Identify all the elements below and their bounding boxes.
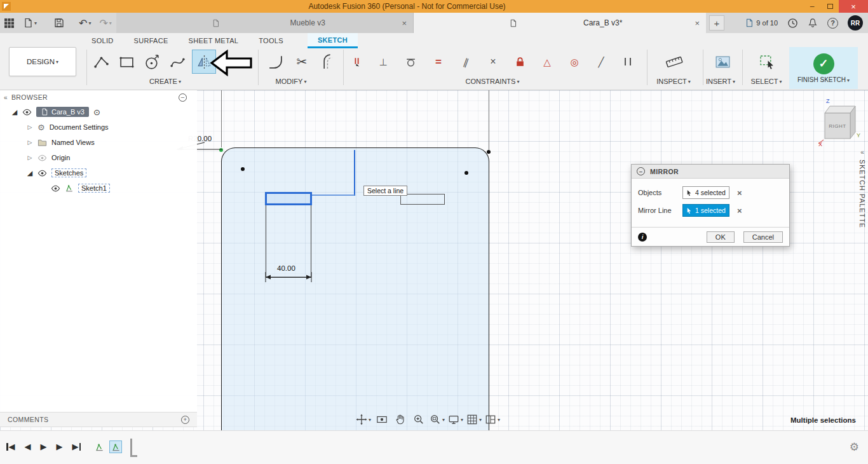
browser-item-sketch1[interactable]: Sketch1 bbox=[0, 181, 197, 196]
help-icon[interactable]: ? bbox=[827, 18, 838, 29]
expand-icon[interactable]: ▷ bbox=[27, 154, 33, 161]
ribbon-tab-surface[interactable]: SURFACE bbox=[124, 33, 179, 48]
expanded-icon[interactable]: ◢ bbox=[27, 169, 33, 177]
parallel-constraint-button[interactable]: ∥ bbox=[457, 52, 476, 71]
collapse-browser-icon[interactable]: « bbox=[4, 94, 8, 101]
activate-component-icon[interactable]: ⊙ bbox=[93, 107, 100, 117]
mirror-dialog-header[interactable]: – MIRROR bbox=[632, 165, 789, 179]
visibility-eye-icon[interactable] bbox=[22, 107, 32, 117]
midpoint-constraint-button[interactable] bbox=[618, 52, 637, 71]
fit-zoom-window-icon[interactable] bbox=[430, 413, 445, 426]
insert-image-button[interactable] bbox=[710, 50, 735, 74]
collinear-constraint-button[interactable]: ╱ bbox=[592, 52, 611, 71]
browser-item-root[interactable]: ◢ Cara_B v3 ⊙ bbox=[0, 104, 197, 119]
orbit-icon[interactable] bbox=[356, 413, 371, 426]
info-icon[interactable]: i bbox=[638, 233, 647, 242]
visibility-eye-icon[interactable] bbox=[37, 168, 47, 178]
concentric-constraint-button[interactable]: ◎ bbox=[565, 52, 584, 71]
document-counter[interactable]: 9 of 10 bbox=[745, 18, 778, 27]
circle-tool-button[interactable] bbox=[140, 50, 164, 74]
trim-tool-button[interactable]: ✂ bbox=[290, 50, 314, 74]
measure-tool-button[interactable] bbox=[662, 50, 686, 74]
new-tab-button[interactable]: + bbox=[709, 15, 724, 31]
sketch-palette-tab[interactable]: « SKETCH PALETTE bbox=[858, 149, 866, 228]
sketch-point[interactable] bbox=[465, 171, 468, 175]
workspace-selector[interactable]: DESIGN bbox=[9, 47, 76, 76]
visibility-eye-icon[interactable] bbox=[51, 184, 60, 193]
ribbon-tab-solid[interactable]: SOLID bbox=[81, 33, 124, 48]
zoom-icon[interactable] bbox=[411, 413, 426, 426]
notifications-bell-icon[interactable] bbox=[808, 18, 818, 28]
close-tab-icon[interactable]: × bbox=[688, 18, 706, 28]
horizontal-vertical-constraint-button[interactable] bbox=[347, 52, 366, 71]
view-cube[interactable]: Z RIGHT Y X bbox=[817, 95, 863, 150]
pan-icon[interactable] bbox=[393, 413, 408, 426]
grid-snaps-icon[interactable] bbox=[466, 413, 482, 426]
close-button[interactable]: × bbox=[839, 0, 868, 13]
timeline-step-back-button[interactable]: ◀ bbox=[25, 442, 31, 451]
rectangle-tool-button[interactable] bbox=[114, 50, 139, 74]
timeline-step-forward-button[interactable]: ▶ bbox=[57, 442, 63, 451]
timeline-position-marker[interactable] bbox=[130, 439, 132, 455]
spline-tool-button[interactable] bbox=[165, 50, 189, 74]
create-dropdown[interactable]: CREATE bbox=[127, 76, 203, 86]
symmetry-constraint-button[interactable]: × bbox=[484, 52, 503, 71]
timeline-sketch-feature-active[interactable] bbox=[109, 440, 122, 453]
timeline-play-button[interactable]: ▶ bbox=[41, 442, 47, 451]
sketch-profile[interactable] bbox=[221, 147, 489, 430]
sketch-rectangle-selected[interactable] bbox=[265, 192, 312, 205]
browser-item-document-settings[interactable]: ▷ ⚙ Document Settings bbox=[0, 119, 197, 135]
finish-sketch-button[interactable]: ✓ FINISH SKETCH bbox=[789, 47, 858, 89]
timeline-sketch-feature[interactable] bbox=[93, 440, 105, 453]
expand-icon[interactable]: ▷ bbox=[27, 139, 33, 146]
dialog-collapse-icon[interactable]: – bbox=[637, 167, 645, 175]
browser-item-named-views[interactable]: ▷ Named Views bbox=[0, 135, 197, 150]
cancel-button[interactable]: Cancel bbox=[743, 231, 783, 243]
browser-item-sketches[interactable]: ◢ Sketches bbox=[0, 165, 197, 181]
sketch-point[interactable] bbox=[241, 167, 245, 171]
tangent-constraint-button[interactable] bbox=[401, 52, 420, 71]
offset-tool-button[interactable] bbox=[316, 50, 341, 74]
add-comment-icon[interactable]: + bbox=[181, 416, 189, 424]
timeline-settings-gear-icon[interactable]: ⚙ bbox=[850, 440, 859, 454]
browser-item-origin[interactable]: ▷ Origin bbox=[0, 150, 197, 165]
perpendicular-constraint-button[interactable]: ⊥ bbox=[374, 52, 393, 71]
mirror-line-selection-field[interactable]: 1 selected bbox=[682, 204, 729, 217]
close-tab-icon[interactable]: × bbox=[395, 18, 413, 28]
app-menu-icon[interactable] bbox=[4, 18, 15, 29]
objects-selection-field[interactable]: 4 selected bbox=[682, 186, 729, 199]
fillet-tool-button[interactable] bbox=[263, 50, 287, 74]
document-tab-cara-b[interactable]: Cara_B v3* × bbox=[414, 13, 706, 33]
ok-button[interactable]: OK bbox=[707, 231, 735, 243]
timeline-go-to-end-button[interactable]: ▶ bbox=[72, 442, 81, 451]
job-status-icon[interactable] bbox=[787, 18, 798, 29]
save-button[interactable] bbox=[54, 18, 64, 28]
display-settings-icon[interactable] bbox=[448, 413, 463, 426]
sketch-point[interactable] bbox=[487, 150, 491, 154]
ribbon-tab-tools[interactable]: TOOLS bbox=[248, 33, 294, 48]
minimize-button[interactable]: – bbox=[803, 0, 821, 13]
expand-palette-icon[interactable]: « bbox=[860, 149, 864, 156]
viewports-icon[interactable] bbox=[485, 413, 500, 426]
timeline-go-to-start-button[interactable]: ◀ bbox=[6, 442, 15, 451]
clear-mirror-line-selection-icon[interactable]: × bbox=[737, 206, 742, 215]
ribbon-tab-sketch[interactable]: SKETCH bbox=[308, 33, 358, 48]
comments-bar[interactable]: COMMENTS + bbox=[0, 412, 197, 427]
select-tool-button[interactable] bbox=[755, 50, 779, 74]
clear-objects-selection-icon[interactable]: × bbox=[737, 188, 742, 198]
constraints-dropdown[interactable]: CONSTRAINTS bbox=[438, 76, 546, 86]
user-avatar[interactable]: RR bbox=[848, 15, 863, 31]
triangle-constraint-button[interactable]: △ bbox=[538, 52, 557, 71]
file-menu-button[interactable] bbox=[23, 18, 37, 28]
maximize-button[interactable] bbox=[821, 0, 839, 13]
document-tab-mueble[interactable]: Mueble v3 × bbox=[116, 13, 414, 33]
sketch-line-selected[interactable] bbox=[311, 194, 355, 196]
browser-minimize-icon[interactable]: – bbox=[179, 93, 187, 102]
fix-lock-constraint-button[interactable] bbox=[510, 52, 529, 71]
select-dropdown[interactable]: SELECT bbox=[740, 76, 793, 86]
root-component-selected[interactable]: Cara_B v3 bbox=[36, 107, 89, 117]
mirror-line-selected[interactable] bbox=[354, 150, 355, 196]
visibility-eye-icon[interactable] bbox=[37, 153, 47, 163]
line-tool-button[interactable] bbox=[89, 50, 113, 74]
ribbon-tab-sheet-metal[interactable]: SHEET METAL bbox=[179, 33, 249, 48]
